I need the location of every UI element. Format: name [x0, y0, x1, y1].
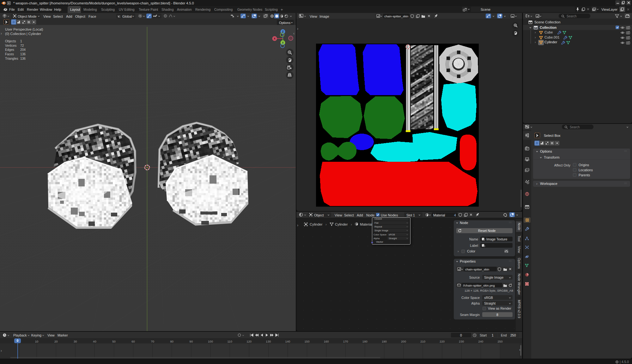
svg-text:X: X [274, 37, 276, 40]
